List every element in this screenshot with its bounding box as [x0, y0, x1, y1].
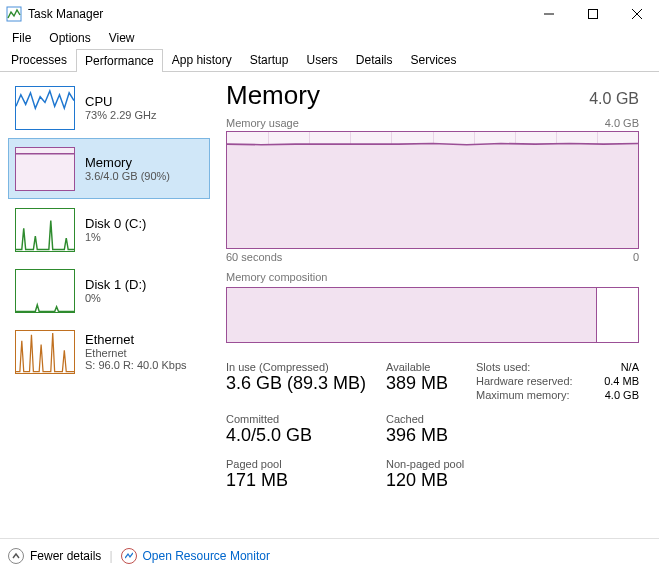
tab-startup[interactable]: Startup	[241, 48, 298, 71]
ethernet-sparkline-icon	[15, 330, 75, 374]
stat-value: 4.0/5.0 GB	[226, 425, 386, 446]
sidebar-item-label: Disk 1 (D:)	[85, 277, 146, 292]
minimize-button[interactable]	[527, 0, 571, 28]
sidebar-item-stat: 73% 2.29 GHz	[85, 109, 157, 121]
disk-sparkline-icon	[15, 208, 75, 252]
tab-services[interactable]: Services	[402, 48, 466, 71]
sidebar-item-stat: 0%	[85, 292, 146, 304]
axis-left: 60 seconds	[226, 251, 282, 263]
tab-performance[interactable]: Performance	[76, 49, 163, 72]
memory-sparkline-icon	[15, 147, 75, 191]
window-title: Task Manager	[28, 7, 103, 21]
stat-value: 396 MB	[386, 425, 476, 446]
composition-label: Memory composition	[226, 271, 639, 283]
tab-app-history[interactable]: App history	[163, 48, 241, 71]
stat-value: 171 MB	[226, 470, 386, 491]
sidebar-item-disk1[interactable]: Disk 1 (D:) 0%	[8, 260, 210, 321]
stat-value: N/A	[596, 361, 639, 373]
sidebar-item-sublabel: Ethernet	[85, 347, 187, 359]
composition-used-segment	[227, 288, 597, 342]
sidebar-item-label: CPU	[85, 94, 157, 109]
sidebar-item-stat: 3.6/4.0 GB (90%)	[85, 170, 170, 182]
tab-processes[interactable]: Processes	[2, 48, 76, 71]
stat-value: 389 MB	[386, 373, 476, 394]
tab-users[interactable]: Users	[297, 48, 346, 71]
chevron-up-icon[interactable]	[8, 548, 24, 564]
svg-rect-2	[589, 10, 598, 19]
stat-value: 3.6 GB (89.3 MB)	[226, 373, 386, 394]
stat-label: Non-paged pool	[386, 458, 476, 470]
tabs: Processes Performance App history Startu…	[0, 48, 659, 72]
menu-file[interactable]: File	[4, 29, 39, 47]
axis-right: 0	[633, 251, 639, 263]
main-panel: Memory 4.0 GB Memory usage 4.0 GB 60 sec…	[210, 72, 659, 538]
tab-details[interactable]: Details	[347, 48, 402, 71]
stat-value: 4.0 GB	[596, 389, 639, 401]
stat-value: 120 MB	[386, 470, 476, 491]
usage-chart-label: Memory usage	[226, 117, 299, 129]
page-title: Memory	[226, 80, 320, 111]
titlebar: Task Manager	[0, 0, 659, 28]
sidebar-item-label: Ethernet	[85, 332, 187, 347]
stat-label: Slots used:	[476, 361, 596, 373]
footer: Fewer details | Open Resource Monitor	[0, 538, 659, 572]
memory-stats: In use (Compressed) 3.6 GB (89.3 MB) Ava…	[226, 361, 639, 491]
sidebar-item-disk0[interactable]: Disk 0 (C:) 1%	[8, 199, 210, 260]
menu-view[interactable]: View	[101, 29, 143, 47]
fewer-details-button[interactable]: Fewer details	[30, 549, 101, 563]
close-button[interactable]	[615, 0, 659, 28]
menubar: File Options View	[0, 28, 659, 48]
stat-label: Available	[386, 361, 476, 373]
stat-label: Paged pool	[226, 458, 386, 470]
sidebar-item-ethernet[interactable]: Ethernet Ethernet S: 96.0 R: 40.0 Kbps	[8, 321, 210, 382]
stat-label: Committed	[226, 413, 386, 425]
stat-label: Maximum memory:	[476, 389, 596, 401]
task-manager-icon	[6, 6, 22, 22]
sidebar-item-label: Memory	[85, 155, 170, 170]
stat-value: 0.4 MB	[596, 375, 639, 387]
performance-sidebar: CPU 73% 2.29 GHz Memory 3.6/4.0 GB (90%)…	[0, 72, 210, 538]
menu-options[interactable]: Options	[41, 29, 98, 47]
sidebar-item-label: Disk 0 (C:)	[85, 216, 146, 231]
stat-label: Hardware reserved:	[476, 375, 596, 387]
open-resource-monitor-link[interactable]: Open Resource Monitor	[143, 549, 270, 563]
memory-usage-chart[interactable]	[226, 131, 639, 249]
sidebar-item-cpu[interactable]: CPU 73% 2.29 GHz	[8, 77, 210, 138]
sidebar-item-stat: 1%	[85, 231, 146, 243]
disk-sparkline-icon	[15, 269, 75, 313]
maximize-button[interactable]	[571, 0, 615, 28]
stat-label: In use (Compressed)	[226, 361, 386, 373]
sidebar-item-memory[interactable]: Memory 3.6/4.0 GB (90%)	[8, 138, 210, 199]
memory-composition-bar[interactable]	[226, 287, 639, 343]
memory-total: 4.0 GB	[589, 90, 639, 108]
resource-monitor-icon	[121, 548, 137, 564]
sidebar-item-stat: S: 96.0 R: 40.0 Kbps	[85, 359, 187, 371]
cpu-sparkline-icon	[15, 86, 75, 130]
stat-label: Cached	[386, 413, 476, 425]
usage-chart-max: 4.0 GB	[605, 117, 639, 129]
